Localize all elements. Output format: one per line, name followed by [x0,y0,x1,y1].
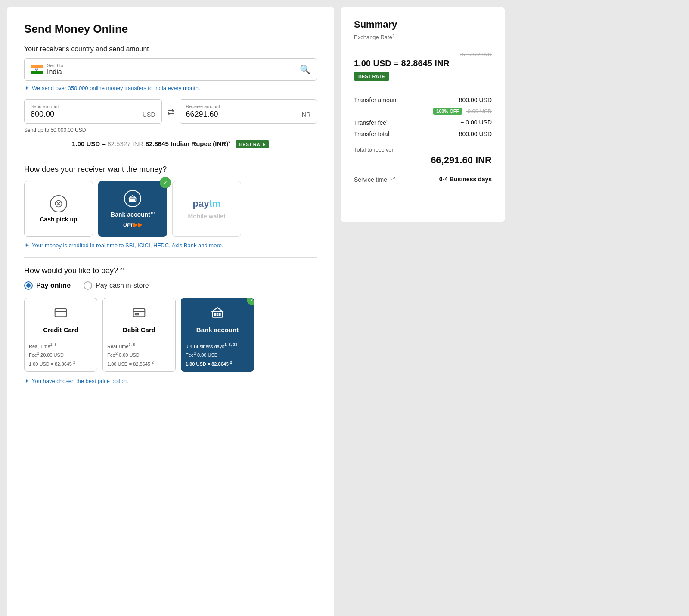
debit-card-top: Debit Card [103,298,175,338]
rate-new: 82.8645 Indian Rupee (INR)2 [146,140,231,147]
how-receive-section: How does your receiver want the money? C… [24,165,317,249]
debit-card-option[interactable]: Debit Card Real Time1, 8 Fee2 0.00 USD 1… [102,298,176,372]
pay-store-label: Pay cash in-store [96,282,149,289]
original-fee: -0.99 USD [466,108,492,115]
transfer-total-row: Transfer total 800.00 USD [354,131,492,137]
svg-rect-2 [31,71,43,74]
bank-pay-label: Bank account [196,326,239,333]
sun-icon-3: ☀ [24,378,29,384]
debit-card-icon [132,306,146,323]
pay-store-radio[interactable] [84,281,92,290]
svg-rect-9 [131,199,132,200]
rate-old: 82.5327 INR [107,140,143,147]
svg-point-4 [37,69,37,70]
main-panel: Send Money Online Your receiver's countr… [7,7,334,616]
bank-icon [124,190,141,207]
service-time-value: 0-4 Business days [439,176,492,183]
swap-icon[interactable]: ⇄ [167,106,174,117]
country-info-text: ☀ We send over 350,000 online money tran… [24,85,317,91]
bank-pay-icon [211,306,224,323]
page-title: Send Money Online [24,22,317,36]
summary-rate-old: 82.5327 INR [354,51,492,58]
receive-currency: INR [300,111,310,118]
bank-pay-details: 0-4 Business days1, 8, 33 Fee2 0.00 USD … [181,338,254,371]
country-name: India [47,68,62,75]
svg-rect-18 [214,313,216,315]
svg-rect-12 [55,309,67,317]
receiver-section-label: Your receiver's country and send amount [24,45,317,53]
credit-card-top: Credit Card [25,298,97,338]
transfer-fee-label: Transfer fee2 [354,119,388,126]
transfer-amount-row: Transfer amount 800.00 USD [354,96,492,103]
mobile-wallet-card[interactable]: paytm Mobile wallet [172,181,241,237]
method-cards: Cash pick up ✓ Bank account10 UPI [24,181,317,237]
service-time-row: Service time:1, 8 0-4 Business days [354,176,492,183]
pay-options: Pay online Pay cash in-store [24,281,317,290]
credit-card-option[interactable]: Credit Card Real Time1, 8 Fee2 20.00 USD… [24,298,97,372]
rate-row: 1.00 USD = 82.5327 INR 82.8645 Indian Ru… [24,140,317,156]
total-receiver-amount: 66,291.60 INR [354,155,492,166]
country-select[interactable]: Send to India 🔍 [24,58,317,81]
pay-online-label: Pay online [36,282,71,289]
send-limit: Send up to 50,000.00 USD [24,127,317,133]
receive-amount-box[interactable]: Receive amount 66291.60 INR [180,99,317,124]
summary-divider-2 [354,92,492,92]
transfer-amount-label: Transfer amount [354,96,398,103]
summary-divider-4 [354,171,492,171]
send-amount-box[interactable]: Send amount 800.00 USD [24,99,162,124]
credit-card-icon [54,306,68,323]
send-currency: USD [143,111,155,118]
pay-online-option[interactable]: Pay online [24,281,71,290]
svg-rect-10 [132,199,133,200]
bank-account-label: Bank account10 [111,211,155,218]
summary-divider-3 [354,142,492,142]
summary-divider-1 [354,47,492,47]
summary-best-rate-badge: BEST RATE [354,72,389,81]
sun-icon: ☀ [24,85,29,91]
transfer-fee-row: Transfer fee2 + 0.00 USD [354,119,492,126]
sun-icon-2: ☀ [24,242,29,249]
send-to-label: Send to [47,63,63,68]
country-info: Send to India [47,63,63,76]
svg-rect-14 [133,309,145,317]
svg-rect-16 [135,313,139,315]
credit-card-label: Credit Card [43,326,78,333]
bank-account-card[interactable]: ✓ Bank account10 UPI ▶▶ [98,181,167,237]
svg-rect-0 [31,65,43,68]
svg-rect-19 [217,313,218,315]
credit-card-details: Real Time1, 8 Fee2 20.00 USD 1.00 USD = … [25,338,97,371]
discount-badge: 100% OFF [433,108,462,115]
receive-amount-label: Receive amount [186,104,311,109]
send-amount-label: Send amount [31,104,155,109]
discount-row: 100% OFF -0.99 USD [354,108,492,115]
receive-amount-value[interactable]: 66291.60 [186,110,218,119]
divider-1 [24,257,317,258]
how-pay-section: How would you like to pay? 31 Pay online… [24,266,317,384]
cash-icon [50,195,67,212]
pay-store-option[interactable]: Pay cash in-store [84,281,149,290]
how-receive-label: How does your receiver want the money? [24,165,317,174]
search-icon[interactable]: 🔍 [300,64,310,75]
summary-panel: Summary Exchange Rate2 82.5327 INR 1.00 … [341,7,505,222]
total-receiver-label: Total to receiver [354,146,492,153]
summary-rate-main: 1.00 USD = 82.8645 INR [354,59,492,68]
country-select-left: Send to India [31,63,63,76]
transfer-total-value: 800.00 USD [459,131,492,137]
best-rate-badge: BEST RATE [236,140,269,148]
cash-pickup-card[interactable]: Cash pick up [24,181,93,237]
bank-pay-option[interactable]: ✓ Bank account 0-4 Business da [181,298,254,372]
bank-info-text: ☀ Your money is credited in real time to… [24,242,317,249]
divider-2 [24,393,317,393]
mobile-wallet-label: Mobile wallet [188,213,225,220]
svg-rect-11 [134,199,135,200]
service-label: Service time:1, 8 [354,176,395,183]
debit-card-label: Debit Card [123,326,155,333]
pay-online-radio[interactable] [24,281,33,290]
summary-title: Summary [354,19,492,30]
cash-pickup-label: Cash pick up [40,216,77,223]
transfer-fee-value: + 0.00 USD [460,119,492,126]
send-amount-value[interactable]: 800.00 [31,110,54,119]
bank-pay-top: Bank account [181,298,254,338]
pay-section-label: How would you like to pay? 31 [24,266,317,275]
debit-card-details: Real Time1, 8 Fee2 0.00 USD 1.00 USD = 8… [103,338,175,371]
